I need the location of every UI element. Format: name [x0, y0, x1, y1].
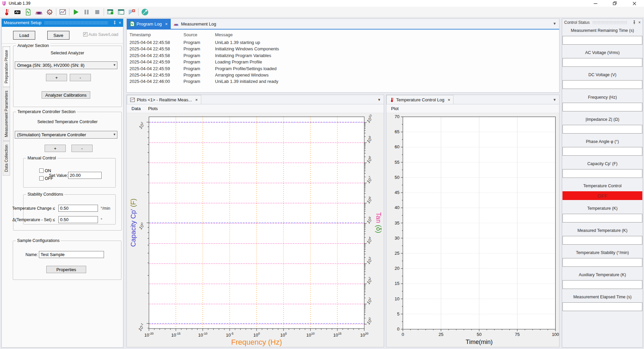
tab-plots-realtime[interactable]: Plots <1> - Realtime Meas... ×	[127, 95, 201, 104]
window-title: UniLab 1.39	[9, 1, 31, 6]
log-cell: Loading Program Profile	[215, 59, 262, 64]
pause-button[interactable]	[81, 7, 92, 17]
close-tab-icon[interactable]: ×	[165, 21, 168, 27]
script-log-button[interactable]	[23, 7, 34, 17]
status-label: Temperature Control	[562, 184, 643, 189]
menu-plots[interactable]: Plots	[148, 106, 158, 111]
log-cell: 2025-04-04 22:46:00	[129, 79, 170, 84]
tab-temperature-control-log[interactable]: Temperature Control Log ×	[386, 95, 453, 104]
add-analyzer-button[interactable]: +	[46, 74, 67, 81]
svg-text:1010: 1010	[365, 114, 375, 124]
add-controller-button[interactable]: +	[45, 145, 66, 152]
menu-data[interactable]: Data	[131, 106, 141, 111]
properties-button[interactable]: Properties	[46, 266, 86, 273]
close-window-button[interactable]	[126, 7, 137, 17]
analyzer-section-group: Analyzer Section Selected Analyzer Omega…	[13, 46, 122, 107]
tab-program-log[interactable]: Program Log ×	[127, 19, 171, 29]
thermometer-button[interactable]	[1, 7, 12, 17]
status-field: Temperature (K)	[562, 206, 643, 228]
close-panel-icon[interactable]: ×	[119, 20, 121, 25]
measurement-setup-panel: Measurement Setup × Load Save Auto Save/…	[1, 18, 123, 348]
close-button[interactable]	[625, 0, 644, 7]
setup-tab-data-collection[interactable]: Data Collection	[3, 141, 10, 176]
log-row[interactable]: 2025-04-04 22:46:00ProgramUniLab 1.39 in…	[127, 79, 559, 85]
stop-button[interactable]	[92, 7, 103, 17]
setup-tab-preparation-phase[interactable]: Preparation Phase	[3, 46, 10, 87]
sample-name-input[interactable]	[39, 251, 104, 258]
chevron-down-icon[interactable]: ▼	[553, 21, 556, 26]
log-row[interactable]: 2025-04-04 22:45:58ProgramUniLab 1.39 st…	[127, 40, 559, 46]
restore-button[interactable]	[605, 0, 625, 7]
analyzer-calibrations-button[interactable]: Analyzer Calibrations	[42, 91, 90, 99]
waves-button[interactable]	[34, 7, 44, 17]
on-checkbox-row: ON	[39, 168, 51, 173]
svg-text:10-15: 10-15	[171, 332, 180, 338]
close-tab-icon[interactable]: ×	[448, 97, 450, 102]
save-button[interactable]: Save	[47, 31, 69, 40]
log-row[interactable]: 2025-04-04 22:45:59ProgramLoading Progra…	[127, 59, 559, 65]
on-label: ON	[45, 168, 51, 173]
remove-controller-button[interactable]: -	[71, 145, 93, 152]
analyzer-combobox[interactable]: Omega (SN: 305), HV2000 (SN: 8)	[15, 61, 117, 69]
remove-analyzer-button[interactable]: -	[70, 74, 91, 81]
status-value-box	[562, 258, 642, 267]
status-label: |Impedance Z| (Ω)	[562, 117, 643, 123]
chevron-down-icon[interactable]: ▼	[377, 98, 381, 102]
frequency-chart[interactable]: 10-2010-1510-1010-5100105101010151020101…	[127, 113, 384, 348]
set-value-label: Set Value:	[49, 173, 68, 178]
window-close-icon	[128, 8, 136, 16]
close-panel-icon[interactable]: ×	[638, 20, 641, 25]
menu-plot[interactable]: Plot	[391, 106, 398, 111]
pin-icon[interactable]	[113, 21, 117, 25]
lock-layout-button[interactable]	[105, 7, 116, 17]
temperature-controller-combobox[interactable]: (Simulation) Temperature Controller	[15, 131, 117, 139]
pulse-button[interactable]	[12, 7, 23, 17]
start-button[interactable]	[70, 7, 81, 17]
pin-icon[interactable]	[632, 20, 636, 24]
sample-configurations-group: Sample Configurations Name: Properties	[13, 241, 121, 280]
load-button[interactable]: Load	[13, 31, 35, 40]
delta-temp-unit: °	[101, 217, 102, 222]
log-row[interactable]: 2025-04-04 22:45:59ProgramProgram Profil…	[127, 66, 559, 72]
temperature-chart[interactable]: 05101520253035404550556065700255075100Ti…	[386, 113, 560, 348]
layout-button[interactable]	[116, 7, 126, 17]
log-row[interactable]: 2025-04-04 22:45:58ProgramInitializing P…	[127, 53, 559, 59]
svg-text:60: 60	[395, 144, 399, 149]
log-cell: UniLab 1.39 starting up	[215, 40, 260, 45]
autosave-label: Auto Save/Load	[89, 32, 118, 37]
settings-button[interactable]	[140, 7, 150, 17]
chevron-down-icon[interactable]: ▼	[553, 98, 556, 102]
script-log-icon	[24, 8, 32, 16]
status-field: Measured Temperature (K)	[562, 228, 643, 250]
minimize-icon	[594, 2, 597, 5]
log-row[interactable]: 2025-04-04 22:45:59ProgramArranging open…	[127, 72, 559, 79]
status-value-box	[562, 103, 642, 111]
set-value-input[interactable]	[68, 172, 102, 179]
status-value-box	[562, 125, 642, 134]
autosave-checkbox-row: Auto Save/Load	[83, 32, 118, 37]
chart-button[interactable]	[57, 7, 68, 17]
delta-temp-input[interactable]	[58, 216, 98, 223]
setup-tab-measurement-parameters[interactable]: Measurement Parameters	[3, 87, 10, 141]
log-panel: Program Log × Measurement Log ▼ Timestam…	[126, 18, 559, 93]
svg-text:55: 55	[395, 160, 399, 165]
col-timestamp: Timestamp	[129, 32, 151, 37]
log-cell: 2025-04-04 22:45:59	[129, 66, 170, 71]
on-checkbox[interactable]	[39, 168, 44, 173]
close-tab-icon[interactable]: ×	[195, 97, 198, 102]
thermometer-icon	[390, 97, 394, 102]
tab-measurement-log[interactable]: Measurement Log	[171, 19, 219, 29]
control-status-header: Control Status ×	[562, 19, 643, 26]
off-checkbox[interactable]	[39, 176, 44, 181]
col-message: Message	[215, 32, 233, 37]
svg-text:15: 15	[395, 281, 399, 286]
group-label: Stability Conditions	[26, 192, 64, 197]
log-table-header: Timestamp Source Message	[127, 32, 559, 39]
temp-change-input[interactable]	[58, 205, 98, 212]
minimize-button[interactable]	[586, 0, 605, 7]
svg-text:Capacity Cp' (F): Capacity Cp' (F)	[129, 199, 137, 247]
pause-icon	[83, 8, 90, 16]
log-row[interactable]: 2025-04-04 22:45:58ProgramInitializing W…	[127, 46, 559, 52]
autosave-checkbox[interactable]	[83, 32, 88, 37]
gear-wave-button[interactable]	[44, 7, 55, 17]
